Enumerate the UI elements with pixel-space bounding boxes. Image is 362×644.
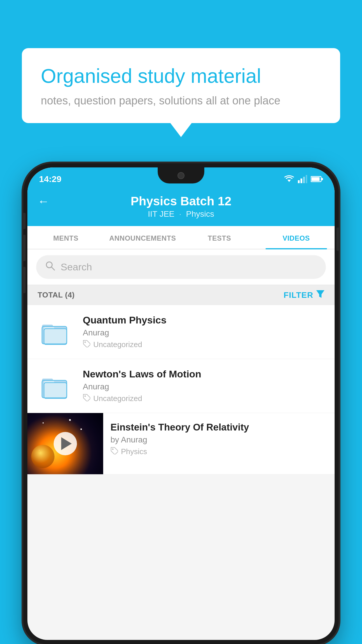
power-button (336, 228, 339, 251)
header-title: Physics Batch 12 (131, 194, 231, 208)
search-placeholder: Search (61, 261, 92, 273)
svg-rect-1 (298, 180, 300, 183)
total-count: TOTAL (4) (38, 290, 75, 300)
filter-button[interactable]: FILTER (284, 290, 324, 300)
camera (178, 172, 184, 179)
tab-announcements[interactable]: ANNOUNCEMENTS (104, 226, 181, 249)
phone-shell: 14:29 (23, 163, 339, 644)
svg-rect-13 (44, 329, 67, 344)
video-folder-icon (36, 370, 74, 402)
filter-icon (316, 290, 324, 300)
video-list: Quantum Physics Anurag Uncategorized (27, 305, 335, 475)
video-author: Anurag (83, 382, 326, 391)
tag-icon (110, 447, 118, 456)
video-title: Newton's Laws of Motion (83, 368, 326, 380)
tag-label: Physics (121, 447, 147, 456)
video-info: Quantum Physics Anurag Uncategorized (83, 314, 326, 349)
bubble-subtitle: notes, question papers, solutions all at… (41, 94, 321, 107)
volume-up-button (23, 213, 26, 229)
app-header: ← Physics Batch 12 IIT JEE · Physics (27, 188, 335, 226)
einstein-info: Einstein's Theory Of Relativity by Anura… (103, 413, 335, 464)
screen-content: 14:29 (27, 167, 335, 640)
filter-bar: TOTAL (4) FILTER (27, 285, 335, 305)
svg-line-9 (51, 267, 55, 270)
einstein-tag: Physics (110, 447, 327, 456)
einstein-thumbnail (27, 413, 103, 474)
tab-videos[interactable]: VIDEOS (258, 226, 335, 249)
status-icons (284, 175, 323, 183)
tag-icon (83, 340, 90, 349)
svg-rect-20 (44, 383, 67, 398)
svg-point-25 (112, 449, 114, 450)
video-info: Newton's Laws of Motion Anurag Uncategor… (83, 368, 326, 403)
wifi-icon (284, 175, 294, 183)
phone-screen: 14:29 (27, 167, 335, 640)
filter-label: FILTER (284, 290, 313, 300)
search-icon (45, 260, 55, 274)
bubble-title: Organised study material (41, 64, 321, 88)
volume-down-button (23, 235, 26, 261)
search-box[interactable]: Search (36, 255, 326, 279)
svg-rect-6 (312, 177, 320, 181)
list-item[interactable]: Newton's Laws of Motion Anurag Uncategor… (27, 359, 335, 413)
header-sep: · (179, 209, 182, 219)
back-button[interactable]: ← (38, 195, 49, 208)
svg-marker-10 (316, 290, 324, 298)
tabs-bar: MENTS ANNOUNCEMENTS TESTS VIDEOS (27, 226, 335, 249)
silent-button (23, 267, 26, 293)
tag-label: Uncategorized (93, 394, 142, 403)
search-container: Search (27, 249, 335, 285)
notch (158, 167, 204, 183)
tag-label: Uncategorized (93, 340, 142, 349)
signal-icon (298, 175, 307, 183)
video-tag: Uncategorized (83, 340, 326, 349)
header-subtitle: IIT JEE · Physics (148, 209, 214, 219)
header-tag2: Physics (186, 209, 214, 219)
svg-rect-4 (306, 175, 307, 183)
tab-ments[interactable]: MENTS (27, 226, 104, 249)
svg-rect-3 (303, 177, 305, 183)
video-folder-icon (36, 316, 74, 348)
einstein-author: by Anurag (110, 435, 327, 444)
svg-rect-7 (321, 178, 323, 180)
video-author: Anurag (83, 328, 326, 337)
tag-icon (83, 394, 90, 403)
svg-marker-0 (287, 180, 291, 182)
speech-bubble: Organised study material notes, question… (22, 48, 340, 123)
tab-tests[interactable]: TESTS (181, 226, 258, 249)
video-tag: Uncategorized (83, 394, 326, 403)
svg-rect-2 (301, 178, 302, 183)
play-button[interactable] (54, 432, 77, 455)
status-time: 14:29 (39, 174, 61, 184)
list-item[interactable]: Quantum Physics Anurag Uncategorized (27, 305, 335, 359)
video-title: Quantum Physics (83, 314, 326, 326)
list-item[interactable]: Einstein's Theory Of Relativity by Anura… (27, 413, 335, 475)
svg-point-17 (85, 342, 86, 343)
header-tag1: IIT JEE (148, 209, 174, 219)
battery-icon (311, 176, 323, 182)
svg-point-24 (85, 396, 86, 397)
einstein-title: Einstein's Theory Of Relativity (110, 422, 327, 433)
